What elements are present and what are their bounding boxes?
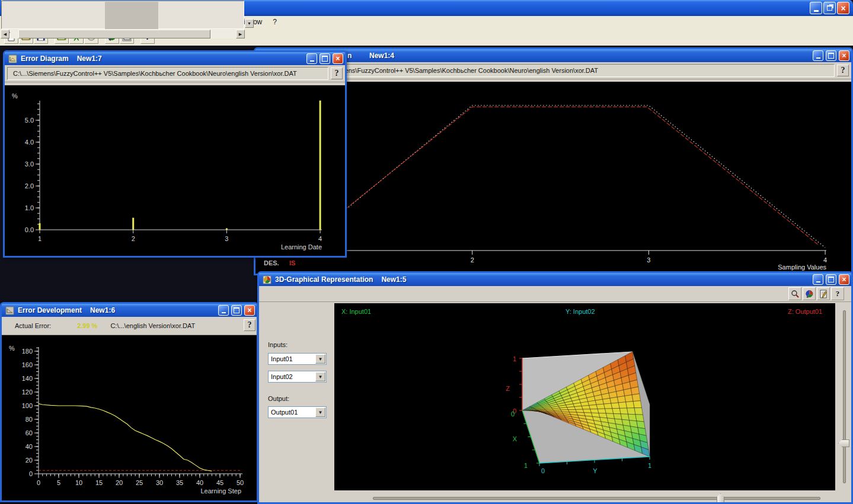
menu-help[interactable]: ? [267,17,282,27]
error-diagram-pathbar: C:\...\Siemens\FuzzyControl++ V5\Samples… [5,65,345,82]
svg-text:%: % [12,92,18,99]
maximize-button[interactable] [826,274,836,285]
svg-text:5.0: 5.0 [25,117,34,124]
3d-plot-area: 10Z01X01Y X: Input01 Y: Input02 Z: Outpu… [334,303,835,490]
svg-text:2.0: 2.0 [25,182,34,190]
scroll-right-button[interactable]: ▶ [236,30,245,38]
error-development-chart-area: 0204060801001201401601800510152025303540… [2,335,257,500]
svg-text:80: 80 [25,416,33,423]
3d-toolbar: ? [259,286,851,302]
svg-text:Learning Step: Learning Step [201,487,242,495]
svg-text:Learning Date: Learning Date [281,243,322,251]
svg-text:X: X [513,435,517,442]
vertical-slider-track[interactable] [843,310,846,483]
input1-value: Input01 [271,355,293,362]
maximize-button[interactable] [826,50,836,61]
window-error-diagram: Error Diagram New1:7 × C:\...\Siemens\Fu… [3,50,347,258]
close-button[interactable]: × [839,50,849,61]
error-development-window-icon [5,306,14,315]
close-button[interactable]: × [839,274,849,285]
scroll-down-button[interactable]: ▼ [245,19,254,28]
neurosystems-app: { "app": { "title": "NeuroSystems - New1… [0,0,853,504]
error-diagram-chart-area: 0.01.02.03.04.05.01234%Learning Date [5,85,345,256]
error-diagram-titlebar[interactable]: Error Diagram New1:7 × [5,52,345,65]
close-button[interactable]: × [244,305,255,316]
svg-text:Sampling Values: Sampling Values [778,264,826,271]
svg-text:120: 120 [22,389,33,396]
svg-text:4: 4 [823,256,827,264]
3d-z-axis-label: Z: Output01 [788,308,822,315]
scrollbar-thumb[interactable] [18,30,210,38]
svg-text:25: 25 [136,479,143,486]
close-button[interactable]: × [333,53,343,64]
help-button[interactable]: ? [244,319,255,331]
svg-text:1: 1 [38,235,41,242]
svg-text:20: 20 [25,457,33,464]
input1-combobox[interactable]: Input01 ▼ [268,353,327,365]
minimize-button[interactable] [306,53,317,64]
3d-right-strip [835,303,851,502]
svg-text:35: 35 [176,479,183,486]
horizontal-scrollbar[interactable] [10,30,235,38]
svg-text:3: 3 [647,256,650,264]
svg-text:5: 5 [57,479,60,486]
output-combobox[interactable]: Output01 ▼ [268,406,327,418]
minimize-button[interactable] [813,50,823,61]
svg-text:60: 60 [25,429,33,436]
svg-text:Z: Z [506,385,510,392]
svg-text:40: 40 [25,443,33,450]
svg-text:0: 0 [541,467,545,474]
svg-text:160: 160 [22,361,33,368]
window-3d-representation: 3D-Graphical Representation New1:5 × [257,271,853,504]
svg-text:50: 50 [237,479,244,486]
chevron-down-icon[interactable]: ▼ [315,407,325,417]
3d-window-icon [263,275,271,284]
3d-x-axis-label: X: Input01 [341,308,371,315]
svg-text:40: 40 [196,479,203,486]
error-development-path: C:\...\english Version\xor.DAT [110,322,195,329]
input2-combobox[interactable]: Input02 ▼ [268,371,327,383]
vertical-slider-thumb[interactable] [838,439,849,447]
svg-text:140: 140 [22,375,33,382]
svg-text:100: 100 [22,402,33,409]
scroll-left-button[interactable]: ◀ [1,30,9,38]
zoom-button[interactable] [788,287,801,300]
help-button[interactable]: ? [831,287,844,300]
magnifier-icon [791,290,800,298]
maximize-button[interactable] [320,53,330,64]
error-diagram-path-field: C:\...\Siemens\FuzzyControl++ V5\Samples… [7,67,328,80]
3d-y-axis-label: Y: Input02 [566,308,595,315]
partial-block [105,2,158,29]
minimize-button[interactable] [810,2,822,14]
help-button[interactable]: ? [837,65,849,76]
horizontal-slider-thumb[interactable] [717,493,724,503]
legend-desired: DES. [264,259,279,267]
chevron-down-icon[interactable]: ▼ [315,372,325,381]
svg-text:1: 1 [513,355,516,362]
input2-value: Input02 [271,373,293,380]
error-development-title: Error Development [18,306,82,314]
chevron-down-icon[interactable]: ▼ [315,354,325,364]
restore-button[interactable] [823,2,836,14]
close-button[interactable]: × [837,2,849,14]
3d-titlebar[interactable]: 3D-Graphical Representation New1:5 × [259,273,851,286]
maximize-button[interactable] [231,305,242,316]
svg-text:0.0: 0.0 [25,226,34,233]
help-button[interactable]: ? [331,68,343,79]
error-diagram-chart: 0.01.02.03.04.05.01234%Learning Date [5,85,345,256]
rotate-view-button[interactable] [803,287,816,300]
3d-title: 3D-Graphical Representation [275,275,373,284]
error-diagram-window-icon [8,54,17,63]
minimize-button[interactable] [813,274,823,285]
svg-text:10: 10 [75,479,82,486]
error-development-titlebar[interactable]: Error Development New1:6 × [2,304,257,317]
edit-button[interactable] [817,287,830,300]
output-label: Output: [268,395,289,402]
horizontal-slider-track[interactable] [373,497,820,500]
svg-text:2: 2 [471,256,474,264]
sampling-path-field: C:\Program Files\Siemens\FuzzyControl++ … [273,64,835,77]
svg-text:30: 30 [156,479,163,486]
sampling-title-fragment: n [347,52,352,60]
3d-control-panel: Inputs: Input01 ▼ Input02 ▼ Output: Outp… [259,303,334,502]
minimize-button[interactable] [218,305,229,316]
